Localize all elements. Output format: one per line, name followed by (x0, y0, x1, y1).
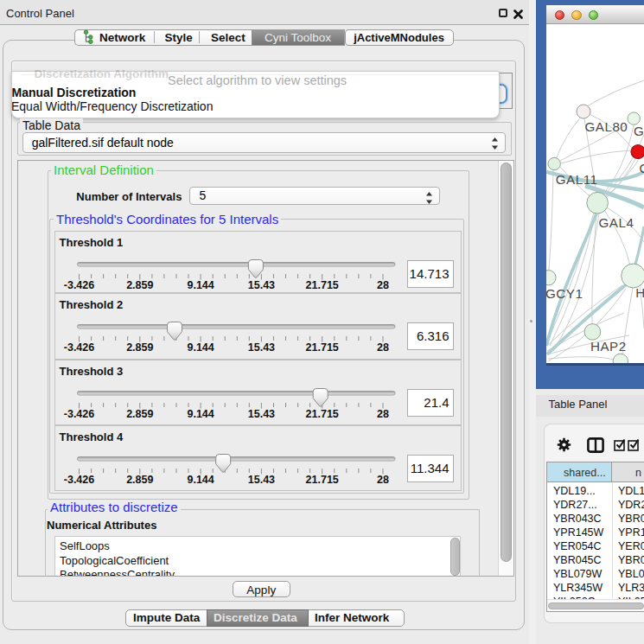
svg-text:21.715: 21.715 (305, 279, 338, 291)
svg-text:28: 28 (377, 474, 389, 486)
svg-text:28: 28 (377, 341, 389, 354)
svg-text:2.859: 2.859 (126, 341, 153, 354)
svg-text:28: 28 (377, 408, 389, 420)
svg-text:-3.426: -3.426 (63, 279, 93, 291)
svg-text:21.715: 21.715 (305, 474, 338, 486)
svg-text:-3.426: -3.426 (63, 474, 93, 486)
svg-text:2.859: 2.859 (126, 408, 153, 420)
svg-text:GAL11: GAL11 (556, 172, 598, 187)
svg-text:-3.426: -3.426 (63, 341, 93, 354)
svg-text:H: H (635, 285, 644, 300)
svg-text:15.43: 15.43 (247, 474, 274, 486)
svg-text:HAP2: HAP2 (590, 339, 627, 354)
svg-text:GCY1: GCY1 (546, 286, 583, 301)
svg-text:15.43: 15.43 (247, 279, 274, 291)
svg-text:-3.426: -3.426 (63, 408, 93, 420)
svg-text:GAL: GAL (634, 124, 644, 138)
svg-text:GAL4: GAL4 (599, 215, 634, 230)
svg-text:9.144: 9.144 (187, 408, 214, 420)
svg-text:9.144: 9.144 (187, 279, 214, 291)
svg-text:2.859: 2.859 (126, 279, 153, 291)
svg-text:21.715: 21.715 (305, 341, 338, 354)
svg-text:CY: CY (640, 161, 644, 175)
svg-text:2.859: 2.859 (126, 474, 153, 486)
svg-text:15.43: 15.43 (247, 408, 274, 420)
svg-text:GAL80: GAL80 (585, 119, 628, 134)
svg-text:21.715: 21.715 (305, 408, 338, 420)
svg-text:15.43: 15.43 (247, 341, 274, 354)
svg-text:9.144: 9.144 (187, 474, 214, 486)
svg-text:28: 28 (377, 279, 389, 291)
svg-text:9.144: 9.144 (187, 341, 214, 354)
